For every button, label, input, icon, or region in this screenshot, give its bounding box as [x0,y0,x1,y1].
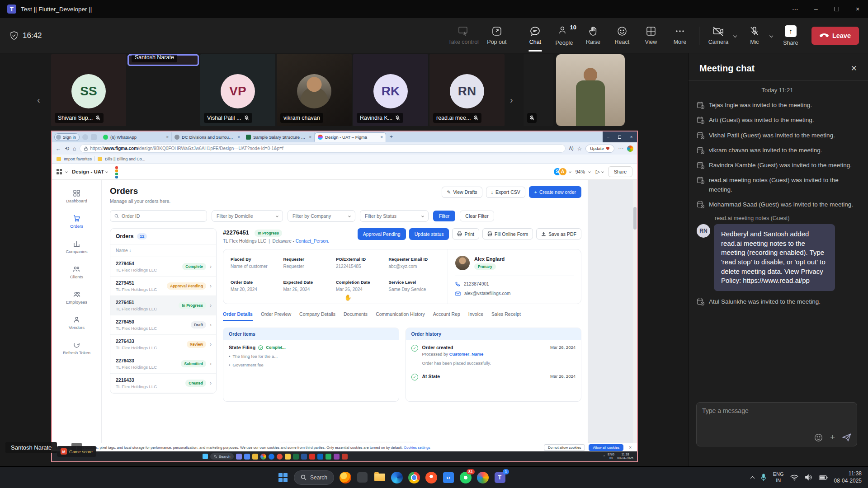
window-more-icon[interactable]: ⋯ [785,0,806,18]
leave-button[interactable]: Leave [811,27,859,45]
present-icon[interactable]: ▷ [596,169,600,175]
emoji-icon[interactable] [814,433,823,442]
chrome-icon[interactable] [408,471,420,483]
customer-name-link[interactable]: Customer_Name [449,352,484,357]
save-as-pdf-button[interactable]: Save as PDF [536,228,581,239]
figma-share-button[interactable]: Share [608,166,632,177]
participant-tile[interactable]: SS Shivani Sup... [51,54,126,126]
chat-input-box[interactable]: + [696,402,857,446]
tab-sales-receipt[interactable]: Sales Receipt [491,311,521,321]
copilot-icon[interactable] [627,145,633,152]
shared-taskbar-app-icon[interactable] [326,454,331,460]
mic-button[interactable]: Mic [740,20,769,52]
shared-tray-chevron[interactable]: ^ [604,455,605,458]
participant-tile[interactable]: RK Ravindra K... [353,54,428,126]
figma-menu-chevron[interactable] [65,170,68,173]
sidebar-item-dashboard[interactable]: Dashboard [66,190,87,203]
browser-scrollbar[interactable] [633,180,637,443]
contact-phone[interactable]: 2123874901 [455,282,574,286]
fill-online-form-button[interactable]: Fill Online Form [482,228,533,239]
shared-tray-clock[interactable]: 11:3808-04-2025 [617,453,633,460]
favorites-item[interactable]: Import favorites [64,157,92,161]
zoom-level[interactable]: 94% [576,169,585,174]
export-csv-button[interactable]: ↓Export CSV [486,187,525,198]
game-score-overlay[interactable]: M Game score [57,446,96,457]
chat-close-icon[interactable]: ✕ [851,64,857,73]
filter-status-select[interactable]: Filter by Status [360,210,429,222]
shared-taskbar-app-icon[interactable] [309,454,315,460]
tab-order-details[interactable]: Order Details [223,311,253,321]
attach-plus-icon[interactable]: + [830,432,835,442]
start-button[interactable] [277,471,289,483]
name-column-header[interactable]: Name ↓ [110,244,216,257]
zoom-chevron[interactable] [588,170,591,173]
shared-start-icon[interactable] [203,454,208,459]
shared-taskbar-app-icon[interactable] [293,454,299,460]
participant-tile[interactable]: VP Vishal Patil ... [200,54,275,126]
browser-action-icon[interactable] [82,134,88,140]
sidebar-item-employees[interactable]: Employees [66,291,87,305]
address-bar[interactable]: https://www.figma.com/design/9BKQ0FOHRWa… [80,144,565,153]
cookie-settings-link[interactable]: Cookies settings [404,446,430,450]
browser-action-icon[interactable] [91,134,97,140]
raise-hand-button[interactable]: Raise [579,20,608,52]
clear-filter-button[interactable]: Clear Filter [460,211,494,221]
order-row-selected[interactable]: 2276451TL Flex Holdings LLCIn Progress› [110,296,216,315]
browser-tab-active[interactable]: Design - UAT – Figma× [315,132,386,142]
collaborator-avatar[interactable]: A [558,167,567,176]
favorites-star-icon[interactable]: ☆ [577,145,582,152]
allow-cookies-button[interactable]: Allow all cookies [589,444,623,451]
participant-tile-partial[interactable] [524,54,553,126]
browser-profile-chip[interactable]: Sign in [54,133,80,141]
browser-tab[interactable]: Sample Salary Structure with calc× [243,132,315,141]
shared-taskbar-app-icon[interactable] [342,454,348,460]
taskbar-search[interactable]: Search [294,470,334,485]
vscode-icon[interactable]: ‹› [442,471,454,483]
sidebar-item-clients[interactable]: Clients [70,266,83,279]
shared-taskbar-app-icon[interactable] [252,454,258,460]
figma-file-name[interactable]: Design - UAT [72,169,104,174]
volume-icon[interactable] [805,474,812,481]
shared-taskbar-app-icon[interactable] [285,454,291,460]
brave-icon[interactable] [425,471,437,483]
update-status-button[interactable]: Update status [409,228,449,240]
window-maximize-button[interactable] [826,0,847,18]
shared-taskbar-app-icon[interactable] [301,454,307,460]
sidebar-item-vendors[interactable]: Vendors [69,316,85,330]
order-row[interactable]: 2276450TL Flex Holdings LLCDraft› [110,315,216,335]
shared-taskbar-app-icon[interactable] [260,454,266,460]
order-row[interactable]: 2276433TL Flex Holdings LLCSubmitted› [110,354,216,374]
order-row[interactable]: 2279454TL Flex Holdings LLCComplete› [110,257,216,277]
contact-person-link[interactable]: Contact_Person. [296,239,330,244]
order-id-search[interactable] [110,210,207,222]
app-icon[interactable] [356,471,368,483]
file-explorer-icon[interactable] [373,471,386,483]
edge-icon[interactable] [391,471,403,483]
deny-cookies-button[interactable]: Do not allow cookies [544,444,585,451]
order-id-input[interactable] [122,213,203,219]
participant-tile-video[interactable] [556,54,625,126]
tab-close-icon[interactable]: × [380,135,383,140]
tiles-prev-arrow[interactable]: ‹ [37,95,40,105]
chat-message-input[interactable] [702,407,851,428]
browser-maximize-icon[interactable] [618,136,621,139]
tab-account-rep[interactable]: Account Rep [433,311,460,321]
react-button[interactable]: React [608,20,637,52]
sidebar-item-refresh-token[interactable]: Refresh Token [63,342,90,355]
create-order-button[interactable]: +Create new order [529,186,581,198]
tab-close-icon[interactable]: × [309,135,311,140]
camera-button[interactable]: Camera [704,20,733,52]
people-button[interactable]: 10 People [550,20,579,52]
browser-tab[interactable]: DC Divisions and Surroundings× [172,132,243,141]
tab-close-icon[interactable]: × [166,135,169,140]
sidebar-item-companies[interactable]: Companies [66,240,87,254]
firefox-icon[interactable] [339,471,351,483]
window-minimize-button[interactable]: – [806,0,826,18]
browser-minimize-icon[interactable]: – [607,135,609,139]
shared-taskbar-app-icon[interactable] [269,454,274,460]
back-icon[interactable]: ← [56,145,61,152]
whatsapp-icon[interactable]: 81 [459,471,472,483]
order-row[interactable]: 2216433TL Flex Holdings LLCCreated› [110,374,216,393]
print-button[interactable]: Print [452,228,479,239]
share-button[interactable]: ↑ Share [776,20,805,52]
